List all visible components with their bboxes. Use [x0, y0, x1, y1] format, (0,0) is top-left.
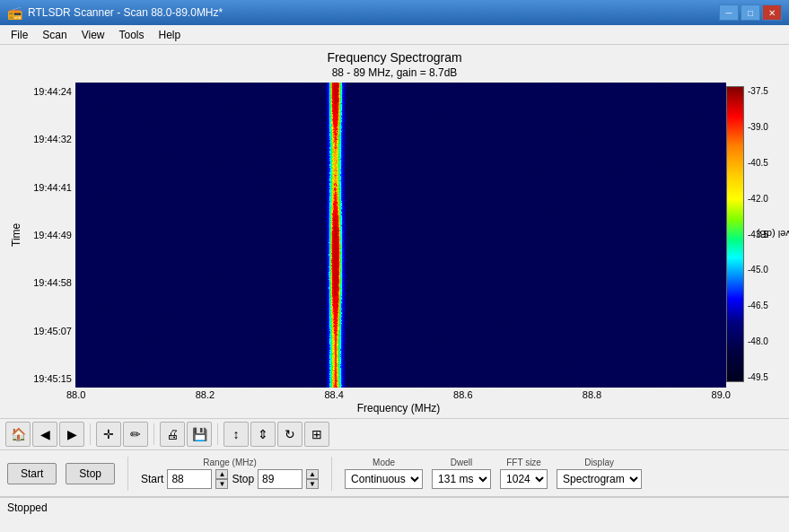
color-axis-label: Level (dB): [631, 229, 789, 240]
color-label-6: -46.5: [748, 301, 768, 310]
color-label-3: -42.0: [748, 194, 768, 204]
window-controls: ─ □ ✕: [719, 4, 782, 21]
dwell-select[interactable]: 131 ms 262 ms 524 ms: [432, 469, 491, 489]
color-label-8: -49.5: [748, 372, 768, 382]
range-group: Range (MHz) Start ▲ ▼ Stop ▲ ▼: [141, 458, 319, 489]
y-tick-6: 19:45:15: [25, 373, 72, 384]
y-axis-label: Time: [9, 83, 23, 388]
paint-button[interactable]: ✏: [123, 422, 148, 447]
x-tick-4: 88.8: [583, 389, 601, 400]
start-up-btn[interactable]: ▲: [215, 469, 228, 479]
y-tick-5: 19:45:07: [25, 326, 72, 336]
dwell-group: Dwell 131 ms 262 ms 524 ms: [432, 458, 491, 489]
x-axis-area: 88.0 88.2 88.4 88.6 88.8 89.0 Frequency …: [66, 388, 731, 414]
pan-button[interactable]: ✛: [96, 422, 121, 447]
window-title: RTLSDR Scanner - Scan 88.0-89.0MHz*: [28, 6, 719, 19]
toolbar-separator-1: [90, 423, 91, 445]
y-tick-3: 19:44:49: [25, 230, 72, 240]
menu-file[interactable]: File: [4, 27, 35, 43]
color-label-7: -48.0: [748, 336, 768, 346]
maximize-button[interactable]: □: [741, 4, 760, 21]
y-tick-1: 19:44:32: [25, 134, 72, 144]
stop-input[interactable]: [258, 469, 302, 489]
stop-button[interactable]: Stop: [66, 463, 115, 484]
toolbar: 🏠 ◀ ▶ ✛ ✏ 🖨 💾 ↕ ⇕ ↻ ⊞: [0, 418, 789, 450]
color-label-0: -37.5: [748, 86, 768, 96]
status-text: Stopped: [7, 501, 48, 514]
minimize-button[interactable]: ─: [719, 4, 739, 21]
display-group: Display Spectrogram Spectrum Both: [557, 458, 642, 489]
x-tick-0: 88.0: [66, 389, 85, 400]
start-input[interactable]: [167, 469, 212, 489]
close-button[interactable]: ✕: [762, 4, 782, 21]
x-tick-2: 88.4: [324, 389, 343, 400]
save-button[interactable]: 💾: [187, 422, 212, 447]
start-spinners: ▲ ▼: [215, 469, 228, 489]
dwell-label: Dwell: [432, 458, 491, 467]
prev-button[interactable]: ◀: [32, 422, 57, 447]
start-down-btn[interactable]: ▼: [215, 479, 228, 489]
toolbar-separator-3: [217, 423, 218, 445]
display-label: Display: [557, 458, 642, 467]
range-scan-button[interactable]: ⇕: [250, 422, 276, 447]
color-scale: -37.5 -39.0 -40.5 -42.0 -43.5 -45.0 -46.…: [726, 83, 780, 388]
x-axis-label: Frequency (MHz): [66, 402, 731, 414]
stop-up-btn[interactable]: ▲: [306, 469, 319, 479]
chart-subtitle: 88 - 89 MHz, gain = 8.7dB: [0, 66, 789, 79]
x-tick-1: 88.2: [196, 389, 215, 400]
y-axis-ticks: 19:44:24 19:44:32 19:44:41 19:44:49 19:4…: [25, 83, 75, 388]
home-button[interactable]: 🏠: [5, 422, 31, 447]
spectrogram-canvas: [75, 83, 726, 388]
spectrogram-plot: [75, 83, 726, 388]
x-tick-3: 88.6: [453, 389, 472, 400]
x-axis-ticks: 88.0 88.2 88.4 88.6 88.8 89.0: [66, 388, 731, 402]
chart-title: Frequency Spectrogram: [0, 45, 789, 66]
mode-select[interactable]: Continuous Single: [345, 469, 423, 489]
stop-label: Stop: [232, 473, 254, 485]
menu-tools[interactable]: Tools: [112, 27, 152, 43]
menu-scan[interactable]: Scan: [35, 27, 74, 43]
controls-separator-2: [331, 457, 332, 491]
print-button[interactable]: 🖨: [160, 422, 185, 447]
menu-bar: File Scan View Tools Help: [0, 25, 789, 45]
stop-down-btn[interactable]: ▼: [306, 479, 319, 489]
x-tick-5: 89.0: [712, 389, 731, 400]
color-label-1: -39.0: [748, 122, 768, 132]
start-button[interactable]: Start: [7, 463, 57, 484]
color-label-5: -45.0: [748, 265, 768, 275]
fft-label: FFT size: [500, 458, 548, 467]
updown-button[interactable]: ↕: [224, 422, 249, 447]
status-bar: Stopped: [0, 497, 789, 517]
display-select[interactable]: Spectrogram Spectrum Both: [557, 469, 642, 489]
fft-select[interactable]: 512 1024 2048: [500, 469, 548, 489]
next-button[interactable]: ▶: [59, 422, 84, 447]
refresh-button[interactable]: ↻: [277, 422, 302, 447]
toolbar-separator-2: [153, 423, 154, 445]
mode-group: Mode Continuous Single: [345, 458, 423, 489]
menu-help[interactable]: Help: [152, 27, 188, 43]
title-bar: 📻 RTLSDR Scanner - Scan 88.0-89.0MHz* ─ …: [0, 0, 789, 25]
color-label-2: -40.5: [748, 158, 768, 168]
grid-button[interactable]: ⊞: [304, 422, 329, 447]
fft-group: FFT size 512 1024 2048: [500, 458, 548, 489]
chart-area: Time 19:44:24 19:44:32 19:44:41 19:44:49…: [9, 83, 780, 388]
y-tick-0: 19:44:24: [25, 86, 72, 97]
y-tick-2: 19:44:41: [25, 182, 72, 193]
range-inputs: Start ▲ ▼ Stop ▲ ▼: [141, 469, 319, 489]
app-icon: 📻: [7, 5, 22, 20]
menu-view[interactable]: View: [75, 27, 112, 43]
stop-spinners: ▲ ▼: [306, 469, 319, 489]
start-label: Start: [141, 473, 163, 485]
y-tick-4: 19:44:58: [25, 277, 72, 288]
controls-separator: [127, 457, 128, 491]
controls-bar: Start Stop Range (MHz) Start ▲ ▼ Stop ▲ …: [0, 450, 789, 497]
range-label: Range (MHz): [141, 458, 319, 467]
mode-label: Mode: [345, 458, 423, 467]
